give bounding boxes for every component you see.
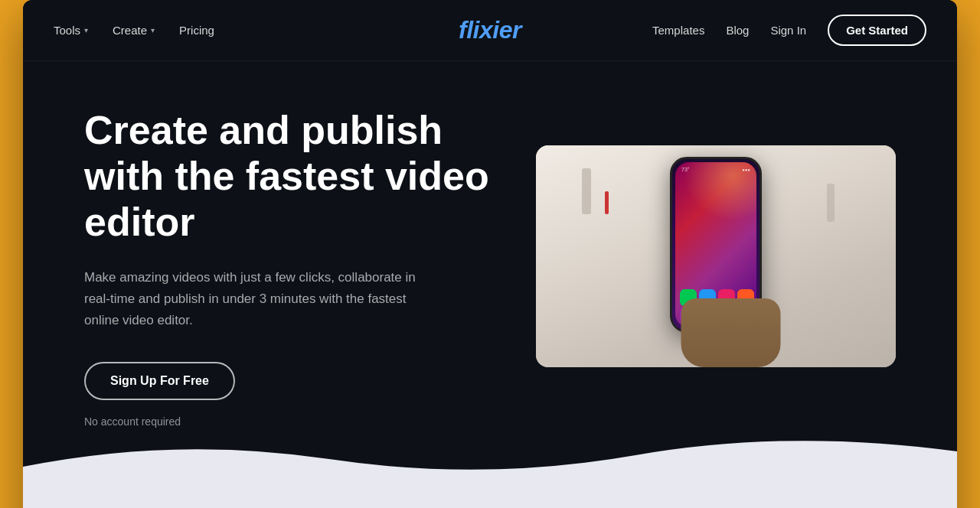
- wall-decor-right: [827, 184, 835, 222]
- nav-right: Templates Blog Sign In Get Started: [652, 15, 926, 46]
- wall-decor-left: [582, 168, 591, 214]
- hand-holding: [681, 298, 781, 367]
- blog-label: Blog: [726, 24, 749, 37]
- nav-item-blog[interactable]: Blog: [726, 24, 749, 37]
- get-started-button[interactable]: Get Started: [828, 15, 926, 46]
- wave-section: [23, 428, 957, 490]
- time-display: 73°: [681, 167, 690, 172]
- nav-item-tools[interactable]: Tools ▾: [54, 24, 88, 37]
- battery-display: ●●●: [742, 168, 750, 172]
- phone-mockup: 73° ●●●: [536, 145, 896, 367]
- wall-accent: [605, 191, 609, 214]
- light-section: [23, 490, 957, 508]
- get-started-label: Get Started: [846, 24, 908, 37]
- create-label: Create: [113, 24, 147, 37]
- hero-title: Create and publish with the fastest vide…: [84, 108, 500, 245]
- logo-text: flixier: [459, 16, 521, 44]
- hero-subtitle: Make amazing videos with just a few clic…: [84, 267, 436, 331]
- tools-label: Tools: [54, 24, 80, 37]
- nav-item-pricing[interactable]: Pricing: [179, 24, 214, 37]
- signup-label: Sign Up For Free: [110, 374, 209, 387]
- tools-chevron-icon: ▾: [84, 26, 88, 34]
- nav-item-create[interactable]: Create ▾: [113, 24, 155, 37]
- hero-cta-wrapper: Sign Up For Free No account required: [84, 362, 500, 428]
- status-bar: 73° ●●●: [681, 167, 750, 172]
- signup-button[interactable]: Sign Up For Free: [84, 362, 235, 400]
- navbar: Tools ▾ Create ▾ Pricing flixier Templat…: [23, 0, 957, 61]
- wave-divider: [23, 428, 957, 490]
- no-account-text: No account required: [84, 415, 500, 428]
- create-chevron-icon: ▾: [151, 26, 155, 34]
- hero-image: 73° ●●●: [531, 145, 896, 390]
- phone-visual: 73° ●●●: [536, 145, 896, 367]
- pricing-label: Pricing: [179, 24, 214, 37]
- hero-section: Create and publish with the fastest vide…: [23, 61, 957, 428]
- templates-label: Templates: [652, 24, 704, 37]
- browser-window: Tools ▾ Create ▾ Pricing flixier Templat…: [23, 0, 957, 508]
- nav-item-signin[interactable]: Sign In: [770, 24, 806, 37]
- nav-item-templates[interactable]: Templates: [652, 24, 704, 37]
- logo[interactable]: flixier: [459, 16, 521, 44]
- signin-label: Sign In: [770, 24, 806, 37]
- nav-left: Tools ▾ Create ▾ Pricing: [54, 24, 214, 37]
- hero-content: Create and publish with the fastest vide…: [84, 108, 531, 428]
